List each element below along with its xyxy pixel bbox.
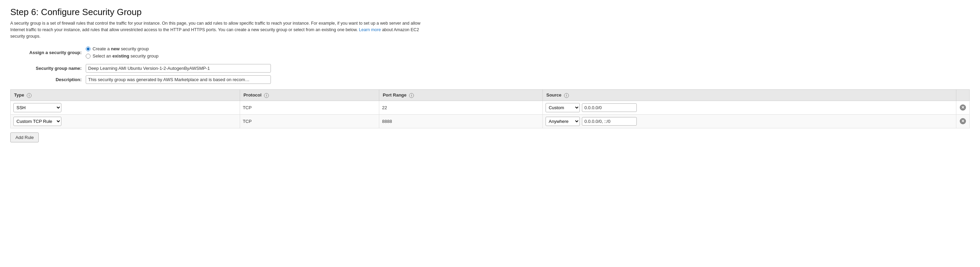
col-source-label: Source xyxy=(546,92,561,98)
source-select-0[interactable]: CustomAnywhereMy IPCustom IP xyxy=(546,103,580,112)
col-port-range: Port Range i xyxy=(379,90,543,101)
page-description: A security group is a set of firewall ru… xyxy=(10,20,422,39)
create-new-option[interactable]: Create a new security group xyxy=(86,46,158,51)
type-info-icon[interactable]: i xyxy=(27,93,32,98)
create-new-radio[interactable] xyxy=(86,47,91,51)
create-new-label: Create a new security group xyxy=(92,46,149,51)
security-group-name-label: Security group name: xyxy=(10,66,86,71)
security-group-name-section: Security group name: Description: xyxy=(10,64,970,84)
security-group-name-row: Security group name: xyxy=(10,64,970,73)
type-cell-0: SSH xyxy=(11,101,240,114)
delete-row-button-1[interactable]: ✕ xyxy=(959,117,967,125)
description-input[interactable] xyxy=(86,75,271,84)
select-existing-label: Select an existing security group xyxy=(92,54,158,58)
description-row: Description: xyxy=(10,75,970,84)
col-protocol: Protocol i xyxy=(240,90,379,101)
type-select-1[interactable]: Custom TCP Rule xyxy=(13,117,61,126)
add-rule-button[interactable]: Add Rule xyxy=(10,133,39,142)
protocol-cell-1: TCP xyxy=(240,114,379,128)
source-container-0: CustomAnywhereMy IPCustom IP xyxy=(546,103,953,112)
table-row: SSHTCP22CustomAnywhereMy IPCustom IP✕ xyxy=(11,101,970,114)
delete-icon-1: ✕ xyxy=(960,118,966,124)
port-range-cell-1: 8888 xyxy=(379,114,543,128)
assign-label: Assign a security group: xyxy=(10,50,86,55)
port-range-cell-0: 22 xyxy=(379,101,543,114)
type-cell-1: Custom TCP Rule xyxy=(11,114,240,128)
source-cell-0: CustomAnywhereMy IPCustom IP xyxy=(543,101,956,114)
rules-table: Type i Protocol i Port Range i Source i … xyxy=(10,89,970,128)
source-cell-1: CustomAnywhereMy IPCustom IP xyxy=(543,114,956,128)
source-container-1: CustomAnywhereMy IPCustom IP xyxy=(546,117,953,126)
table-header-row: Type i Protocol i Port Range i Source i xyxy=(11,90,970,101)
select-existing-option[interactable]: Select an existing security group xyxy=(86,54,158,58)
port-range-info-icon[interactable]: i xyxy=(409,93,414,98)
protocol-info-icon[interactable]: i xyxy=(264,93,269,98)
protocol-cell-0: TCP xyxy=(240,101,379,114)
delete-icon-0: ✕ xyxy=(960,104,966,111)
col-delete xyxy=(956,90,970,101)
security-group-name-input[interactable] xyxy=(86,64,271,73)
source-ip-input-0[interactable] xyxy=(582,103,637,112)
type-select-0[interactable]: SSH xyxy=(13,103,61,112)
col-protocol-label: Protocol xyxy=(243,92,262,98)
col-source: Source i xyxy=(543,90,956,101)
source-info-icon[interactable]: i xyxy=(564,93,569,98)
col-type-label: Type xyxy=(14,92,24,98)
table-row: Custom TCP RuleTCP8888CustomAnywhereMy I… xyxy=(11,114,970,128)
assign-security-group-section: Assign a security group: Create a new se… xyxy=(10,46,970,58)
col-port-range-label: Port Range xyxy=(383,92,406,98)
description-label: Description: xyxy=(10,77,86,82)
source-ip-input-1[interactable] xyxy=(582,117,637,126)
select-existing-radio[interactable] xyxy=(86,54,91,58)
delete-cell-0: ✕ xyxy=(956,101,970,114)
assign-security-group-row: Assign a security group: Create a new se… xyxy=(10,46,970,58)
delete-cell-1: ✕ xyxy=(956,114,970,128)
learn-more-link[interactable]: Learn more xyxy=(359,27,381,32)
page-title: Step 6: Configure Security Group xyxy=(10,7,970,17)
delete-row-button-0[interactable]: ✕ xyxy=(959,104,967,111)
radio-group: Create a new security group Select an ex… xyxy=(86,46,158,58)
col-type: Type i xyxy=(11,90,240,101)
source-select-1[interactable]: CustomAnywhereMy IPCustom IP xyxy=(546,117,580,126)
